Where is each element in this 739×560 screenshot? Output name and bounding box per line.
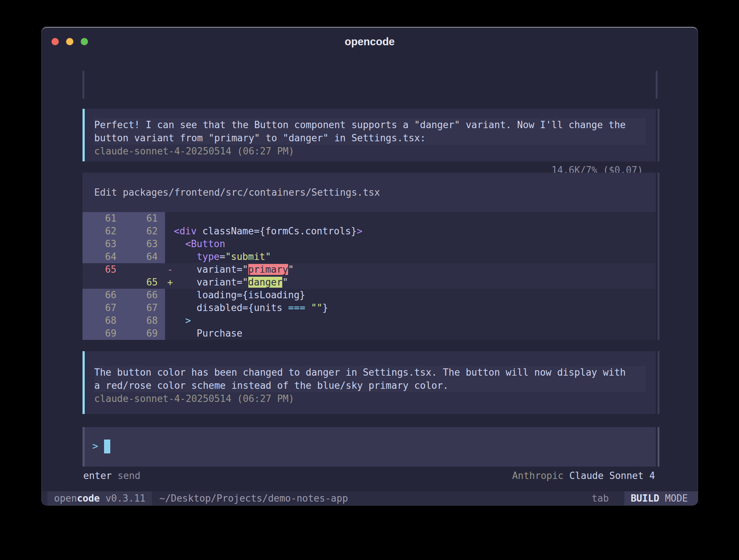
new-line-number: 61 xyxy=(124,212,165,225)
old-line-number: 61 xyxy=(83,212,124,225)
old-line-number: 62 xyxy=(83,225,124,238)
mode-name: BUILD xyxy=(631,493,659,504)
code-line: > xyxy=(174,314,191,327)
header-right-border xyxy=(656,71,658,99)
code-token: disabled={units xyxy=(174,302,288,313)
app-version: v0.3.11 xyxy=(106,493,146,504)
model-label: Claude Sonnet 4 xyxy=(569,470,655,481)
app-name-open: open xyxy=(54,493,77,504)
message-line: Perfect! I can see that the Button compo… xyxy=(94,118,646,131)
old-line-number: 64 xyxy=(83,250,124,263)
code-token: } xyxy=(322,302,328,313)
code-token: <div xyxy=(174,226,197,237)
opencode-window: opencode # Change button color to danger… xyxy=(42,27,698,505)
diff-marker xyxy=(165,225,174,238)
diff-row: 6666 loading={isLoading} xyxy=(83,289,656,302)
diff-marker xyxy=(165,289,174,302)
titlebar[interactable]: opencode xyxy=(42,28,698,54)
new-line-number: 67 xyxy=(124,302,165,314)
code-line: disabled={units === ""} xyxy=(174,302,328,314)
assistant-message: Perfect! I can see that the Button compo… xyxy=(83,109,656,161)
code-token: " xyxy=(282,277,288,288)
window-title: opencode xyxy=(42,36,698,48)
code-token: "" xyxy=(311,302,322,313)
code-token: > xyxy=(185,315,191,326)
code-token: > xyxy=(357,226,363,237)
assistant-message: The button color has been changed to dan… xyxy=(83,351,656,414)
model-indicator: Anthropic Claude Sonnet 4 xyxy=(512,470,655,481)
working-directory: ~/Desktop/Projects/demo-notes-app xyxy=(159,493,348,504)
old-line-number: 67 xyxy=(83,302,124,314)
old-line-number xyxy=(83,276,124,289)
enter-key-hint: enter xyxy=(83,470,112,481)
code-token: loading={isLoading} xyxy=(174,289,305,300)
diff-marker: - xyxy=(165,263,174,276)
edit-file-title: Edit packages/frontend/src/containers/Se… xyxy=(83,173,656,212)
diff-view: 61616262<div className={formCs.controls}… xyxy=(83,212,656,340)
new-line-number: 68 xyxy=(124,314,165,327)
old-line-number: 63 xyxy=(83,238,124,250)
code-token: variant=" xyxy=(174,277,248,288)
code-line: <div className={formCs.controls}> xyxy=(174,225,363,238)
code-token xyxy=(174,315,185,326)
code-token: <Button xyxy=(185,238,225,249)
send-hint: enter send xyxy=(83,470,141,481)
diff-marker xyxy=(165,302,174,314)
diff-row: 6868 > xyxy=(83,314,656,327)
diff-marker xyxy=(165,327,174,340)
code-token: variant=" xyxy=(174,264,248,275)
app-version-segment: opencode v0.3.11 xyxy=(47,491,152,505)
old-line-number: 66 xyxy=(83,289,124,302)
code-line: loading={isLoading} xyxy=(174,289,305,302)
new-line-number: 69 xyxy=(124,327,165,340)
model-timestamp: claude-sonnet-4-20250514 (06:27 PM) xyxy=(94,145,656,158)
header-left-border xyxy=(83,71,84,99)
new-line-number xyxy=(124,263,165,276)
old-line-number: 65 xyxy=(83,263,124,276)
code-line: Purchase xyxy=(174,327,242,340)
edit-tool-block: Edit packages/frontend/src/containers/Se… xyxy=(83,173,656,340)
provider-label: Anthropic xyxy=(512,470,564,481)
diff-row: 65+ variant="danger" xyxy=(83,276,656,289)
code-line: type="submit" xyxy=(174,250,271,263)
new-line-number: 62 xyxy=(124,225,165,238)
code-token: className= xyxy=(197,226,260,237)
status-bar: opencode v0.3.11 ~/Desktop/Projects/demo… xyxy=(42,491,698,505)
code-token: {formCs.controls} xyxy=(260,226,357,237)
diff-marker: + xyxy=(165,276,174,289)
new-line-number: 65 xyxy=(124,276,165,289)
mode-toggle[interactable]: BUILD MODE xyxy=(624,491,698,505)
message-line: a red/rose color scheme instead of the b… xyxy=(94,379,646,392)
code-token: danger xyxy=(248,277,283,288)
code-token xyxy=(174,238,185,249)
message-line: The button color has been changed to dan… xyxy=(94,366,646,379)
mode-suffix: MODE xyxy=(659,493,688,504)
app-name-code: code xyxy=(77,493,100,504)
code-token: type xyxy=(197,251,220,262)
code-token: " xyxy=(288,264,294,275)
model-timestamp: claude-sonnet-4-20250514 (06:27 PM) xyxy=(94,392,656,405)
diff-row: 65- variant="primary" xyxy=(83,263,656,276)
message-line: button variant from "primary" to "danger… xyxy=(94,131,646,145)
new-line-number: 66 xyxy=(124,289,165,302)
diff-row: 6363 <Button xyxy=(83,238,656,250)
code-line: variant="primary" xyxy=(174,263,294,276)
send-label: send xyxy=(118,470,141,481)
code-token: "submit" xyxy=(225,251,271,262)
old-line-number: 68 xyxy=(83,314,124,327)
message-right-border xyxy=(658,351,659,414)
text-cursor xyxy=(104,440,110,453)
code-token: primary xyxy=(248,264,288,275)
new-line-number: 64 xyxy=(124,250,165,263)
prompt-input[interactable]: > xyxy=(83,427,656,467)
diff-marker xyxy=(165,212,174,225)
message-right-border xyxy=(658,109,659,161)
hint-row: enter send Anthropic Claude Sonnet 4 xyxy=(83,470,655,481)
prompt-symbol: > xyxy=(92,441,98,452)
diff-marker xyxy=(165,238,174,250)
code-token: === xyxy=(288,302,305,313)
code-token xyxy=(174,251,197,262)
code-line: variant="danger" xyxy=(174,276,288,289)
message-text: The button color has been changed to dan… xyxy=(94,366,656,392)
diff-marker xyxy=(165,250,174,263)
